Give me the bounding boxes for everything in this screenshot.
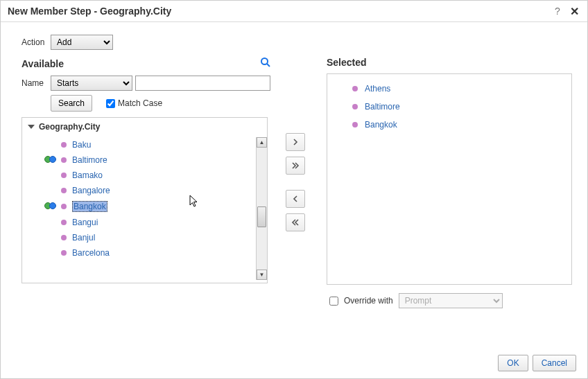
tree-item[interactable]: Baku <box>22 137 256 152</box>
dialog-body: Action Add Available Name Starts <box>1 22 587 314</box>
match-case-row[interactable]: Match Case <box>106 98 162 108</box>
available-tree: Geography.City BakuBaltimoreBamakoBangal… <box>21 117 268 283</box>
tree-item[interactable]: Bamako <box>22 168 256 183</box>
member-bullet-icon <box>61 250 67 256</box>
selected-indicator-icon <box>46 219 55 226</box>
override-label: Override with <box>344 296 393 306</box>
cancel-button[interactable]: Cancel <box>533 355 576 371</box>
footer: OK Cancel <box>498 355 576 371</box>
member-bullet-icon <box>61 188 67 193</box>
selected-indicator-icon <box>46 249 55 256</box>
scroll-down-icon[interactable]: ▼ <box>257 270 267 280</box>
match-case-label: Match Case <box>118 98 162 108</box>
member-bullet-icon <box>352 104 358 109</box>
override-row: Override with Prompt <box>327 293 572 308</box>
member-bullet-icon <box>61 173 67 178</box>
help-icon[interactable]: ? <box>551 5 564 17</box>
available-header-row: Available <box>21 57 271 70</box>
tree-item[interactable]: Bangkok <box>22 198 256 215</box>
move-right-button[interactable] <box>286 133 305 151</box>
scrollbar[interactable]: ▲ ▼ <box>256 137 267 280</box>
svg-line-1 <box>267 64 270 67</box>
scroll-thumb[interactable] <box>257 206 266 227</box>
svg-point-0 <box>261 58 268 64</box>
move-all-right-button[interactable] <box>286 157 305 175</box>
selected-item[interactable]: Athens <box>337 81 562 99</box>
ok-button[interactable]: OK <box>498 355 528 371</box>
dialog-title: New Member Step - Geography.City <box>8 6 547 17</box>
tree-item[interactable]: Barcelona <box>22 245 256 261</box>
dialog: New Member Step - Geography.City ? ✕ Act… <box>0 0 588 379</box>
override-checkbox[interactable] <box>329 297 338 306</box>
titlebar: New Member Step - Geography.City ? ✕ <box>1 1 587 22</box>
selected-header-row: Selected <box>327 57 572 68</box>
selected-item[interactable]: Bangkok <box>337 117 562 135</box>
tree-item[interactable]: Bangalore <box>22 183 256 198</box>
selected-indicator-icon <box>46 203 55 210</box>
mover-buttons <box>271 57 320 308</box>
available-panel: Available Name Starts Search <box>21 57 271 308</box>
selected-indicator-icon <box>46 172 55 179</box>
tree-item-label: Bamako <box>72 170 103 180</box>
name-filter-row: Name Starts <box>21 76 271 91</box>
tree-scroll[interactable]: BakuBaltimoreBamakoBangaloreBangkokBangu… <box>22 137 256 283</box>
member-bullet-icon <box>352 122 358 127</box>
search-row: Search Match Case <box>21 95 271 112</box>
search-icon[interactable] <box>260 57 271 70</box>
selected-item-label: Baltimore <box>365 102 400 112</box>
move-left-button[interactable] <box>286 190 305 208</box>
move-all-left-button[interactable] <box>286 213 305 231</box>
selected-indicator-icon <box>46 234 55 241</box>
tree-item[interactable]: Bangui <box>22 215 256 230</box>
tree-title: Geography.City <box>39 122 100 132</box>
member-bullet-icon <box>61 204 67 209</box>
lists-container: Available Name Starts Search <box>21 57 572 308</box>
member-bullet-icon <box>61 235 67 240</box>
selected-indicator-icon <box>46 157 55 164</box>
override-select[interactable]: Prompt <box>399 293 503 308</box>
tree-item-label: Barcelona <box>72 248 110 258</box>
tree-item-label: Bangui <box>72 218 98 227</box>
tree-item-label: Bangalore <box>72 186 110 195</box>
name-mode-select[interactable]: Starts <box>51 76 132 91</box>
member-bullet-icon <box>61 157 67 163</box>
selected-header: Selected <box>327 57 367 68</box>
selected-indicator-icon <box>46 187 55 194</box>
tree-item-label: Bangkok <box>72 201 107 212</box>
tree-item-label: Baltimore <box>72 155 107 165</box>
action-row: Action Add <box>21 35 572 50</box>
member-bullet-icon <box>61 220 67 225</box>
scroll-up-icon[interactable]: ▲ <box>257 137 267 148</box>
search-button[interactable]: Search <box>51 95 92 112</box>
tree-item[interactable]: Banjul <box>22 230 256 245</box>
name-label: Name <box>21 78 51 88</box>
selected-item-label: Bangkok <box>365 120 397 130</box>
selected-item[interactable]: Baltimore <box>337 99 562 117</box>
tree-item-label: Banjul <box>72 233 95 243</box>
available-header: Available <box>21 58 64 69</box>
selected-item-label: Athens <box>365 84 390 94</box>
action-label: Action <box>21 37 51 47</box>
selected-list: AthensBaltimoreBangkok <box>327 73 572 285</box>
action-select[interactable]: Add <box>51 35 113 50</box>
member-bullet-icon <box>61 142 67 148</box>
name-search-input[interactable] <box>135 76 270 91</box>
tree-header[interactable]: Geography.City <box>22 118 267 136</box>
tree-item[interactable]: Baltimore <box>22 152 256 168</box>
tree-item-label: Baku <box>72 140 91 150</box>
selected-indicator-icon <box>46 141 55 148</box>
match-case-checkbox[interactable] <box>106 99 115 108</box>
selected-panel: Selected AthensBaltimoreBangkok Override… <box>320 57 572 308</box>
collapse-icon[interactable] <box>28 125 35 129</box>
close-icon[interactable]: ✕ <box>568 5 580 17</box>
member-bullet-icon <box>352 86 358 91</box>
